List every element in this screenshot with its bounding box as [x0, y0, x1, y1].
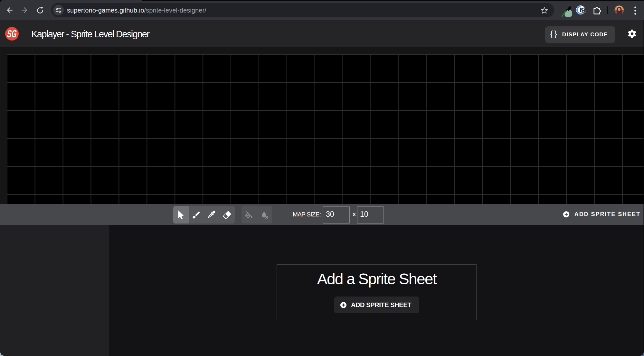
svg-text:SG: SG	[6, 28, 18, 40]
